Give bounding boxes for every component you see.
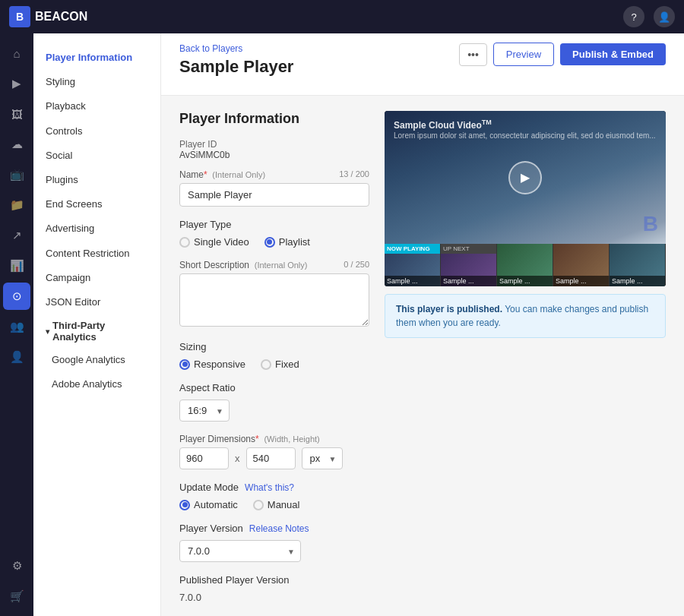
width-input[interactable] [179,447,229,469]
sidebar-item-end-screens[interactable]: End Screens [33,192,160,216]
responsive-option[interactable]: Responsive [179,359,245,370]
page-header: Back to Players Sample Player ••• Previe… [161,33,684,96]
single-video-label: Single Video [194,236,249,248]
dimensions-label: Player Dimensions* (Width, Height) [179,434,369,444]
update-mode-label: Update Mode [179,482,239,493]
sizing-row: Sizing Responsive Fixed [179,341,369,370]
publish-button[interactable]: Publish & Embed [560,43,666,65]
playlist-radio[interactable] [264,237,275,248]
sidebar-item-playback[interactable]: Playback [33,94,160,118]
rail-player-icon[interactable]: ⊙ [3,283,30,310]
player-preview: Sample Cloud VideoTM Lorem ipsum dolor s… [385,111,666,286]
player-version-row: Player Version Release Notes 7.0.0 6.6.0… [179,523,369,562]
rail-share-icon[interactable]: ↗ [3,222,30,249]
rail-image-icon[interactable]: 🖼 [3,100,30,128]
rail-users-icon[interactable]: 👥 [3,313,30,340]
sidebar-item-json-editor[interactable]: JSON Editor [33,290,160,314]
sidebar-item-controls[interactable]: Controls [33,119,160,144]
player-version-label: Player Version [179,523,243,534]
fixed-option[interactable]: Fixed [261,359,299,370]
sidebar-item-styling[interactable]: Styling [33,70,160,94]
aspect-ratio-select-wrap: 16:9 4:3 1:1 [179,400,230,422]
thumb-item-3: Sample ... [497,244,553,286]
sidebar: Player Information Styling Playback Cont… [33,33,161,616]
dimensions-inputs: x px % [179,447,369,469]
rail-cloud-icon[interactable]: ☁ [3,131,30,158]
thumb-item-5: Sample ... [610,244,666,286]
thumb-item-1: Now Playing Sample ... [385,244,441,286]
sidebar-analytics-sub: Google Analytics Adobe Analytics [33,348,160,396]
rail-tv-icon[interactable]: 📺 [3,161,30,188]
sidebar-item-content-restriction[interactable]: Content Restriction [33,242,160,266]
dimensions-hint: (Width, Height) [264,434,319,444]
unit-select[interactable]: px % [302,447,343,469]
content-area: Player Information Player ID AvSiMMC0b N… [161,96,684,616]
sidebar-analytics-section[interactable]: ▾ Third-Party Analytics [33,314,160,348]
aspect-ratio-select[interactable]: 16:9 4:3 1:1 [179,400,230,422]
dimensions-row: Player Dimensions* (Width, Height) x px … [179,434,369,469]
sidebar-analytics-label: Third-Party Analytics [52,320,148,343]
sidebar-item-campaign[interactable]: Campaign [33,266,160,290]
short-desc-row: Short Description (Internal Only) 0 / 25… [179,260,369,329]
name-hint: (Internal Only) [212,170,265,179]
sidebar-item-advertising[interactable]: Advertising [33,216,160,241]
dim-x-icon: x [235,453,240,464]
manual-radio[interactable] [253,500,264,510]
thumb-item-2: UP NEXT Sample ... [441,244,497,286]
whats-this-link[interactable]: What's this? [245,482,294,493]
short-desc-count: 0 / 250 [344,260,369,269]
playlist-label: Playlist [279,236,310,248]
preview-button[interactable]: Preview [493,43,554,66]
thumb-label-3: Sample ... [497,276,553,286]
rail-user-icon[interactable]: 👤 [3,343,30,371]
aspect-ratio-row: Aspect Ratio 16:9 4:3 1:1 [179,382,369,422]
single-video-option[interactable]: Single Video [179,236,249,248]
sidebar-item-google-analytics[interactable]: Google Analytics [40,348,160,372]
top-nav: B BEACON ? 👤 [0,0,684,33]
release-notes-link[interactable]: Release Notes [249,523,309,534]
fixed-label: Fixed [275,359,299,370]
player-version-select[interactable]: 7.0.0 6.6.0 6.5.0 [179,540,301,562]
sidebar-item-adobe-analytics[interactable]: Adobe Analytics [40,372,160,396]
short-desc-hint: (Internal Only) [255,261,308,270]
short-desc-textarea[interactable] [179,273,369,327]
play-button[interactable]: ▶ [508,161,542,194]
playlist-option[interactable]: Playlist [264,236,310,248]
sidebar-item-player-information[interactable]: Player Information [33,46,160,70]
video-tm: TM [482,118,492,126]
published-version-label: Published Player Version [179,574,369,586]
sidebar-item-plugins[interactable]: Plugins [33,168,160,192]
more-button[interactable]: ••• [459,43,487,66]
up-next-badge: UP NEXT [441,244,496,254]
video-title: Sample Cloud VideoTM [394,118,492,131]
sidebar-item-social[interactable]: Social [33,144,160,168]
automatic-option[interactable]: Automatic [179,499,238,510]
title-area: Back to Players Sample Player [179,43,293,86]
rail-folder-icon[interactable]: 📁 [3,191,30,219]
sizing-group: Responsive Fixed [179,359,369,370]
name-input[interactable] [179,183,369,207]
rail-home-icon[interactable]: ⌂ [3,39,30,67]
watermark: B [643,212,658,236]
name-count: 13 / 200 [339,169,369,178]
help-button[interactable]: ? [623,6,644,27]
rail-settings-icon[interactable]: ⚙ [3,552,30,580]
height-input[interactable] [246,447,296,469]
rail-chart-icon[interactable]: 📊 [3,252,30,280]
responsive-radio[interactable] [179,359,190,370]
user-button[interactable]: 👤 [654,6,675,27]
manual-option[interactable]: Manual [253,499,300,510]
nav-icons: ? 👤 [623,6,675,27]
rail-video-icon[interactable]: ▶ [3,70,30,97]
single-video-radio[interactable] [179,237,190,248]
name-label: Name* (Internal Only) 13 / 200 [179,169,369,180]
thumbnail-strip: Now Playing Sample ... UP NEXT Sample ..… [385,244,666,286]
dimensions-required: * [255,434,259,444]
rail-cart-icon[interactable]: 🛒 [3,583,30,610]
back-link[interactable]: Back to Players [179,43,242,54]
video-area: Sample Cloud VideoTM Lorem ipsum dolor s… [385,111,666,244]
published-version-value: 7.0.0 [179,592,201,603]
automatic-radio[interactable] [179,500,190,510]
fixed-radio[interactable] [261,359,271,370]
thumb-label-2: Sample ... [441,276,496,286]
